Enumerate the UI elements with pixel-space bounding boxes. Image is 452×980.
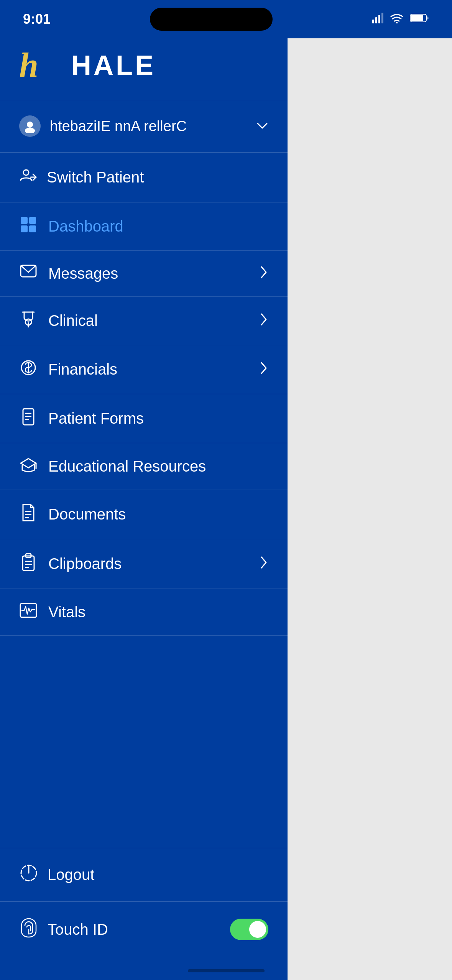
svg-rect-74	[378, 15, 380, 23]
app-logo: h HALE	[19, 46, 268, 84]
sidebar-item-clipboards[interactable]: Clipboards	[0, 539, 288, 589]
clipboards-label: Clipboards	[48, 555, 122, 572]
dashboard-label: Dashboard	[48, 218, 123, 235]
status-bar: 9:01	[0, 0, 452, 38]
svg-rect-63	[23, 556, 34, 571]
nav-list: Dashboard Messages	[0, 202, 288, 636]
svg-point-43	[23, 170, 29, 175]
educational-resources-icon	[19, 457, 38, 476]
clipboards-icon	[19, 553, 38, 575]
switch-patient-icon	[19, 166, 38, 188]
clipboards-chevron-icon	[259, 555, 268, 573]
sidebar-item-educational-resources[interactable]: Educational Resources	[0, 443, 288, 490]
sidebar-item-vitals[interactable]: Vitals	[0, 589, 288, 636]
touch-id-icon	[19, 917, 38, 942]
battery-icon	[410, 13, 429, 26]
documents-icon	[19, 504, 38, 525]
sidebar-item-patient-forms[interactable]: Patient Forms	[0, 394, 288, 443]
sidebar-bottom: Logout Touch ID	[0, 848, 288, 957]
touch-id-row: Touch ID	[0, 901, 288, 957]
status-time: 9:01	[23, 11, 51, 27]
svg-rect-75	[381, 13, 383, 23]
documents-label: Documents	[48, 506, 126, 523]
wifi-icon	[390, 13, 404, 26]
svg-rect-73	[375, 17, 377, 23]
user-chevron-icon	[256, 120, 268, 132]
messages-chevron-icon	[259, 265, 268, 283]
user-name: htebaziIE nnA rellerC	[50, 118, 187, 135]
svg-point-76	[396, 22, 398, 23]
svg-rect-45	[21, 217, 28, 224]
sidebar-item-clinical[interactable]: Clinical	[0, 297, 288, 345]
svg-point-42	[25, 128, 35, 133]
sidebar-item-financials[interactable]: Financials	[0, 345, 288, 394]
logout-icon	[19, 863, 38, 886]
touch-id-label: Touch ID	[48, 921, 108, 938]
financials-icon	[19, 359, 38, 380]
switch-patient-row[interactable]: Switch Patient	[0, 153, 288, 202]
user-info: htebaziIE nnA rellerC	[19, 115, 187, 137]
clinical-label: Clinical	[48, 312, 98, 329]
status-icons	[371, 13, 429, 26]
clinical-icon	[19, 311, 38, 331]
logout-label: Logout	[48, 866, 94, 883]
clinical-chevron-icon	[259, 312, 268, 330]
sidebar-item-messages[interactable]: Messages	[0, 251, 288, 297]
sidebar: h HALE htebaziIE nnA rellerC	[0, 0, 288, 980]
dashboard-icon	[19, 216, 38, 237]
messages-icon	[19, 265, 38, 283]
messages-label: Messages	[48, 265, 118, 282]
signal-icon	[371, 13, 384, 26]
svg-rect-46	[29, 217, 36, 224]
logout-row[interactable]: Logout	[0, 848, 288, 901]
dynamic-island	[150, 8, 273, 31]
svg-rect-48	[29, 225, 36, 232]
home-indicator	[188, 969, 265, 972]
logo-text: HALE	[71, 49, 156, 81]
user-avatar	[19, 115, 41, 137]
sidebar-item-dashboard[interactable]: Dashboard	[0, 202, 288, 251]
patient-forms-label: Patient Forms	[48, 410, 144, 427]
financials-label: Financials	[48, 361, 117, 378]
patient-forms-icon	[19, 408, 38, 429]
svg-text:h: h	[19, 46, 38, 84]
touch-id-toggle[interactable]	[230, 919, 268, 940]
svg-point-41	[27, 122, 33, 128]
financials-chevron-icon	[259, 360, 268, 378]
svg-rect-47	[21, 225, 28, 232]
svg-rect-78	[411, 15, 423, 21]
vitals-label: Vitals	[48, 603, 85, 621]
switch-patient-label: Switch Patient	[47, 169, 144, 186]
svg-rect-72	[372, 20, 374, 23]
user-row[interactable]: htebaziIE nnA rellerC	[0, 100, 288, 153]
vitals-icon	[19, 603, 38, 622]
educational-resources-label: Educational Resources	[48, 458, 206, 475]
sidebar-item-documents[interactable]: Documents	[0, 490, 288, 539]
